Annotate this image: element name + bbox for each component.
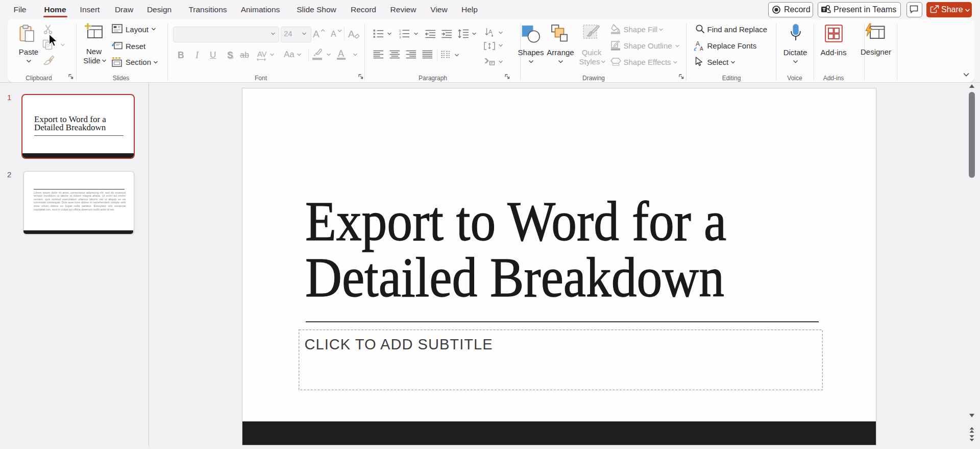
svg-text:A: A: [488, 29, 493, 35]
svg-text:3: 3: [399, 35, 401, 39]
svg-text:A: A: [696, 40, 700, 48]
svg-text:A: A: [700, 46, 703, 52]
